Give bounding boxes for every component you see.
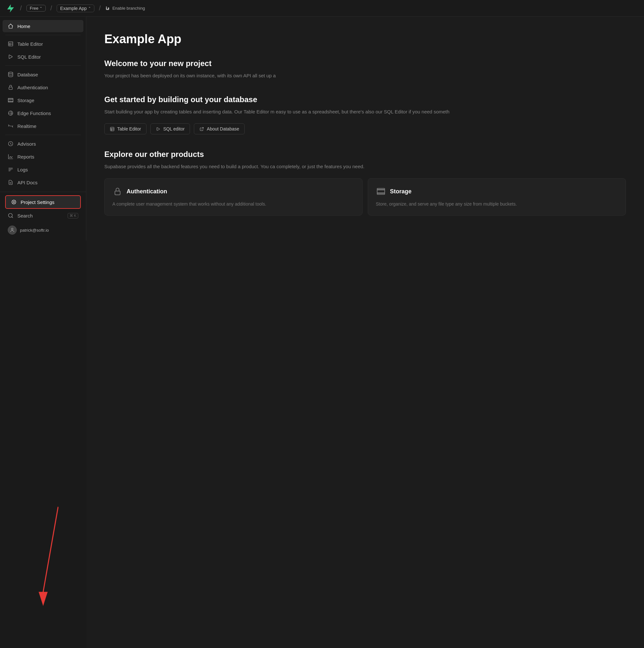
sidebar-item-logs[interactable]: Logs <box>3 163 83 176</box>
main-content: Example App Welcome to your new project … <box>86 17 644 648</box>
branch-icon <box>105 6 110 11</box>
sql-editor-button[interactable]: SQL editor <box>151 123 190 134</box>
plan-label: Free <box>30 6 39 11</box>
branch-label: Enable branching <box>112 6 145 11</box>
sidebar-label-logs: Logs <box>17 167 28 172</box>
sidebar-item-storage[interactable]: Storage <box>3 94 83 106</box>
sidebar-label-advisors: Advisors <box>17 141 36 147</box>
svg-point-1 <box>8 72 13 74</box>
storage-card-title: Storage <box>390 188 412 195</box>
sidebar-label-database: Database <box>17 72 38 77</box>
sidebar-divider-1 <box>5 35 81 35</box>
enable-branching-button[interactable]: Enable branching <box>105 6 145 11</box>
svg-rect-0 <box>8 42 13 46</box>
database-section: Get started by building out your databas… <box>104 95 626 134</box>
svg-marker-11 <box>39 592 48 606</box>
sidebar-label-edge-functions: Edge Functions <box>17 111 51 116</box>
sidebar-item-reports[interactable]: Reports <box>3 151 83 163</box>
topbar-separator-2: / <box>50 4 52 12</box>
topbar: / Free ⌃ / Example App ⌃ / Enable branch… <box>0 0 644 17</box>
sidebar-search[interactable]: Search ⌘ K <box>3 209 83 222</box>
sidebar-wrapper: Home Table Editor SQL Editor <box>0 17 86 648</box>
sql-editor-btn-label: SQL editor <box>163 126 184 131</box>
storage-product-card: Storage Store, organize, and serve any f… <box>368 178 626 216</box>
sidebar-item-home[interactable]: Home <box>3 20 83 32</box>
welcome-section: Welcome to your new project Your project… <box>104 59 626 79</box>
auth-card-desc: A complete user management system that w… <box>112 201 355 208</box>
sidebar: Home Table Editor SQL Editor <box>0 17 86 240</box>
storage-card-desc: Store, organize, and serve any file type… <box>376 201 618 208</box>
topbar-separator-3: / <box>99 4 101 12</box>
auth-card-icon <box>112 186 123 197</box>
sidebar-label-realtime: Realtime <box>17 123 37 129</box>
about-database-button[interactable]: About Database <box>194 123 244 134</box>
home-icon <box>8 23 13 29</box>
sidebar-search-left: Search <box>8 213 33 218</box>
sidebar-item-advisors[interactable]: Advisors <box>3 138 83 150</box>
svg-rect-3 <box>8 98 13 99</box>
storage-card-header: Storage <box>376 186 618 197</box>
sidebar-item-database[interactable]: Database <box>3 68 83 80</box>
sidebar-item-realtime[interactable]: Realtime <box>3 120 83 132</box>
sidebar-label-api-docs: API Docs <box>17 180 38 185</box>
auth-icon <box>8 85 13 90</box>
page-title: Example App <box>104 32 626 46</box>
svg-rect-15 <box>377 193 385 195</box>
sidebar-item-edge-functions[interactable]: Edge Functions <box>3 107 83 119</box>
logs-icon <box>8 167 13 172</box>
table-btn-icon <box>110 127 115 131</box>
sidebar-label-sql-editor: SQL Editor <box>17 54 41 60</box>
storage-product-icon <box>376 187 386 196</box>
sidebar-bottom: Project Settings Search ⌘ K <box>0 192 86 240</box>
svg-line-10 <box>43 508 58 592</box>
external-link-icon <box>199 127 204 131</box>
search-label: Search <box>17 213 33 218</box>
auth-card-title: Authentication <box>126 188 167 195</box>
svg-rect-12 <box>110 127 114 130</box>
sidebar-item-sql-editor[interactable]: SQL Editor <box>3 51 83 63</box>
sidebar-label-project-settings: Project Settings <box>20 200 54 205</box>
avatar <box>8 226 17 234</box>
sidebar-item-project-settings[interactable]: Project Settings <box>5 195 81 209</box>
welcome-desc: Your project has been deployed on its ow… <box>104 72 626 79</box>
storage-card-icon <box>376 186 386 197</box>
project-selector[interactable]: Example App ⌃ <box>57 4 95 12</box>
realtime-icon <box>8 123 13 129</box>
reports-icon <box>8 154 13 160</box>
sidebar-item-authentication[interactable]: Authentication <box>3 81 83 94</box>
sidebar-item-api-docs[interactable]: API Docs <box>3 176 83 188</box>
project-chevron: ⌃ <box>88 6 91 10</box>
plan-badge[interactable]: Free ⌃ <box>26 5 46 12</box>
plan-chevron: ⌃ <box>40 6 42 10</box>
table-editor-btn-label: Table Editor <box>117 126 141 131</box>
auth-product-icon <box>113 187 122 196</box>
sidebar-label-storage: Storage <box>17 98 35 103</box>
auth-card-header: Authentication <box>112 186 355 197</box>
auth-product-card: Authentication A complete user managemen… <box>104 178 363 216</box>
advisors-icon <box>8 141 13 147</box>
svg-rect-2 <box>9 87 12 90</box>
sidebar-label-table-editor: Table Editor <box>17 41 43 47</box>
sidebar-nav: Home Table Editor SQL Editor <box>0 17 86 192</box>
products-section: Explore our other products Supabase prov… <box>104 150 626 216</box>
database-desc: Start building your app by creating tabl… <box>104 108 626 116</box>
database-title: Get started by building out your databas… <box>104 95 626 104</box>
sidebar-label-reports: Reports <box>17 154 35 160</box>
products-title: Explore our other products <box>104 150 626 159</box>
project-label: Example App <box>60 6 87 11</box>
sidebar-divider-2 <box>5 65 81 66</box>
search-icon <box>8 213 13 218</box>
docs-icon <box>8 179 13 185</box>
sql-btn-icon <box>156 127 161 131</box>
sidebar-label-home: Home <box>17 23 30 29</box>
database-button-row: Table Editor SQL editor About Database <box>104 123 626 134</box>
svg-point-9 <box>11 228 13 230</box>
svg-rect-14 <box>377 188 385 190</box>
sidebar-item-table-editor[interactable]: Table Editor <box>3 38 83 50</box>
sidebar-divider-3 <box>5 135 81 135</box>
table-editor-button[interactable]: Table Editor <box>104 123 147 134</box>
sidebar-user[interactable]: patrick@softr.io <box>3 222 83 238</box>
storage-icon <box>8 97 13 103</box>
svg-rect-4 <box>8 101 13 102</box>
products-grid: Authentication A complete user managemen… <box>104 178 626 216</box>
